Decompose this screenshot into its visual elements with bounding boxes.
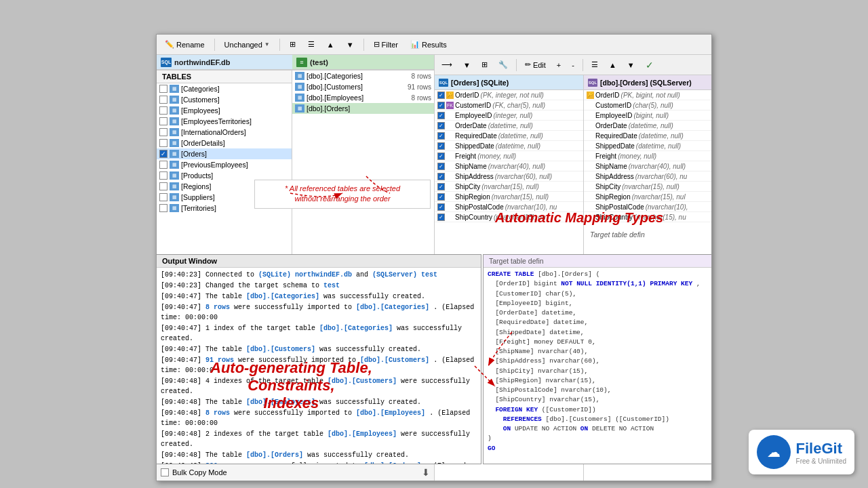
list-item[interactable]: ▦ [Employees] xyxy=(157,105,292,116)
field-item: ShipCity (nvarchar(15), null) xyxy=(584,182,711,192)
field-type: (nvarchar(10), xyxy=(646,203,688,211)
field-type: (nvarchar(15), null) xyxy=(492,193,549,201)
rename-button[interactable]: ✏️ Rename xyxy=(161,38,209,51)
dropdown-icon: ▼ xyxy=(463,61,471,69)
field-name: Freight xyxy=(455,152,476,160)
toolbar: ✏️ Rename Unchanged ▼ ⊞ ☰ ▲ ▼ ⊟ Filter 📊… xyxy=(157,35,711,55)
table-name-employees: [Employees] xyxy=(181,106,220,115)
sql-line: FOREIGN KEY ([CustomerID]) xyxy=(488,405,707,415)
field-check-custid[interactable]: ✓ xyxy=(437,102,445,109)
list-item[interactable]: ▦ [PreviousEmployees] xyxy=(157,159,292,170)
list-item[interactable]: ▦ [Categories] xyxy=(157,83,292,94)
table-icon-btn[interactable]: ⊞ xyxy=(285,38,300,51)
checkbox-orders[interactable]: ✓ xyxy=(159,150,167,158)
right-toolbar-icon1[interactable]: ⟶ xyxy=(437,58,456,71)
unchanged-dropdown[interactable]: Unchanged ▼ xyxy=(220,39,274,51)
down-arrow-btn[interactable]: ▼ xyxy=(342,39,358,51)
target-item[interactable]: ▦ [dbo].[Categories] 8 rows xyxy=(292,70,434,81)
remove-button[interactable]: - xyxy=(568,59,578,71)
sql-line: [ShipName] nvarchar(40), xyxy=(488,347,707,357)
list-item[interactable]: ▦ [EmployeesTerritories] xyxy=(157,116,292,127)
field-check[interactable]: ✓ xyxy=(437,183,445,190)
target-table-icon-emp: ▦ xyxy=(295,94,304,102)
scroll-handle[interactable]: ⬇ xyxy=(422,467,430,478)
checkmark-button[interactable]: ✓ xyxy=(642,58,658,73)
field-name: CustomerID xyxy=(595,102,631,109)
target-item[interactable]: ▦ [dbo].[Employees] 8 rows xyxy=(292,92,434,103)
list-item[interactable]: ▦ [Customers] xyxy=(157,94,292,105)
checkbox-orderdetails[interactable] xyxy=(159,139,167,147)
field-check[interactable]: ✓ xyxy=(437,203,445,211)
sql-line: ON UPDATE NO ACTION ON DELETE NO ACTION xyxy=(488,424,707,434)
table-icon-suppliers: ▦ xyxy=(170,193,179,201)
list-item[interactable]: ▦ [OrderDetails] xyxy=(157,138,292,148)
up-arrow-btn[interactable]: ▲ xyxy=(323,39,338,51)
field-check[interactable]: ✓ xyxy=(437,214,445,221)
table-icon-territories: ▦ xyxy=(170,204,179,212)
checkbox-employees[interactable] xyxy=(159,106,167,115)
separator-1 xyxy=(214,39,215,51)
checkbox-customers[interactable] xyxy=(159,96,167,104)
target-item[interactable]: ▦ [dbo].[Customers] 91 rows xyxy=(292,81,434,92)
field-check[interactable]: ✓ xyxy=(437,132,445,140)
right-down-btn[interactable]: ▼ xyxy=(623,59,639,71)
field-item: CustomerID (char(5), null) xyxy=(584,100,711,110)
sql-content: CREATE TABLE [dbo].[Orders] ( [OrderID] … xyxy=(484,268,711,464)
table-name-empterr: [EmployeesTerritories] xyxy=(181,117,252,125)
source-db-header: SQL northwindEF.db xyxy=(157,55,292,70)
checkbox-regions[interactable] xyxy=(159,182,167,190)
checkbox-categories[interactable] xyxy=(159,85,167,93)
field-item: ShipRegion (nvarchar(15), nul xyxy=(584,192,711,202)
right-list-btn[interactable]: ☰ xyxy=(587,58,602,71)
field-type: (nvarchar(10), nu xyxy=(505,203,557,211)
output-line: [09:40:47] 1 index of the target table [… xyxy=(161,323,477,344)
target-item[interactable]: ▦ [dbo].[Orders] xyxy=(292,103,434,114)
field-check[interactable]: ✓ xyxy=(437,173,445,180)
add-button[interactable]: + xyxy=(553,59,565,71)
target-table-icon-cat: ▦ xyxy=(295,72,304,80)
target-defn-label: Target table defin xyxy=(590,230,645,239)
output-line: [09:40:47] The table [dbo].[Categories] … xyxy=(161,291,477,302)
field-check[interactable]: ✓ xyxy=(437,122,445,129)
right-icon2[interactable]: ⊞ xyxy=(477,58,492,71)
output-line: [09:40:47] 8 rows were successfully impo… xyxy=(161,302,477,323)
field-check[interactable]: ✓ xyxy=(437,142,445,150)
results-button[interactable]: 📊 Results xyxy=(406,38,451,51)
field-check[interactable]: ✓ xyxy=(437,193,445,201)
separator-2 xyxy=(279,39,280,51)
list-item[interactable]: ▦ [InternationalOrders] xyxy=(157,127,292,138)
table-icon-customers: ▦ xyxy=(170,96,179,104)
field-name: RequiredDate xyxy=(595,132,637,140)
filegit-name: FileGit xyxy=(796,440,846,458)
edit-button[interactable]: ✏ Edit xyxy=(521,58,550,71)
right-up-btn[interactable]: ▲ xyxy=(605,59,620,71)
target-table-customers: [dbo].[Customers] xyxy=(307,83,363,91)
checkbox-products[interactable] xyxy=(159,171,167,180)
field-check-orderid[interactable]: ✓ xyxy=(437,92,445,99)
field-type: (datetime, null) xyxy=(496,142,540,150)
list-icon-btn[interactable]: ☰ xyxy=(304,38,319,51)
field-item: ✓ 🔑 OrderID (PK, integer, not null) xyxy=(435,90,583,100)
checkbox-prevemps[interactable] xyxy=(159,161,167,169)
right-icon3[interactable]: 🔧 xyxy=(494,58,512,71)
table-icon-prevemps: ▦ xyxy=(170,161,179,169)
checkbox-territories[interactable] xyxy=(159,204,167,212)
checkbox-empterr[interactable] xyxy=(159,117,167,125)
field-item: ✓ ShippedDate (datetime, null) xyxy=(435,141,583,151)
right-dropdown[interactable]: ▼ xyxy=(459,59,475,71)
list-item[interactable]: ✓ ▦ [Orders] xyxy=(157,148,292,159)
filter-button[interactable]: ⊟ Filter xyxy=(370,38,402,51)
table-icon-products: ▦ xyxy=(170,171,179,180)
field-name: ShipName xyxy=(455,163,487,170)
sql-line: [ShipAddress] nvarchar(60), xyxy=(488,357,707,366)
checkbox-intlorders[interactable] xyxy=(159,128,167,136)
bulk-copy-bar: Bulk Copy Mode ⬇ xyxy=(157,463,434,481)
field-check[interactable]: ✓ xyxy=(437,152,445,160)
field-check-empid[interactable]: ✓ xyxy=(437,112,445,119)
field-check[interactable]: ✓ xyxy=(437,163,445,170)
bulk-copy-checkbox[interactable] xyxy=(161,468,169,476)
field-name: OrderDate xyxy=(595,122,627,129)
table-icon-intlorders: ▦ xyxy=(170,128,179,136)
sql-line: [ShipCity] nvarchar(15), xyxy=(488,367,707,376)
checkbox-suppliers[interactable] xyxy=(159,193,167,201)
